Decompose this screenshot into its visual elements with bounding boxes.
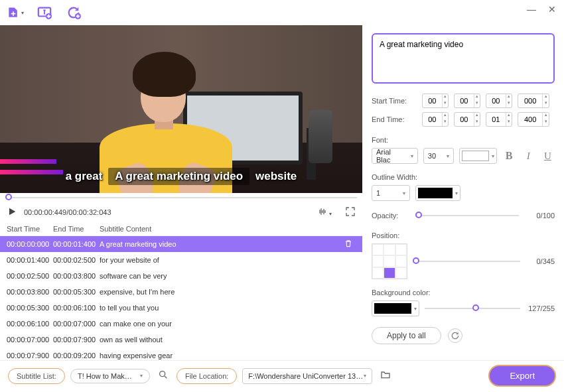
subtitle-table-header: Start Time End Time Subtitle Content	[0, 222, 362, 236]
row-end: 00:00:02:500	[53, 256, 100, 264]
position-slider[interactable]	[413, 255, 520, 268]
table-row[interactable]: 00:00:00:00000:00:01:400A great marketin…	[0, 236, 362, 252]
browse-folder-icon[interactable]	[378, 367, 393, 385]
bgcolor-slider[interactable]	[425, 302, 520, 315]
add-text-tool[interactable]	[36, 4, 53, 21]
end-seconds[interactable]: ▲▼	[486, 112, 512, 127]
subtitle-text-input[interactable]	[372, 33, 555, 84]
table-row[interactable]: 00:00:05:30000:00:06:100to tell you that…	[0, 300, 362, 316]
row-end: 00:00:07:900	[53, 336, 100, 344]
row-content: for your website of	[100, 256, 356, 264]
outline-width-select[interactable]: 1▾	[372, 185, 410, 201]
opacity-label: Opacity:	[372, 212, 409, 220]
row-start: 00:00:03:800	[7, 288, 53, 296]
window-minimize[interactable]: —	[524, 3, 539, 16]
row-start: 00:00:06:100	[7, 320, 53, 328]
subtitle-list-label: Subtitle List:	[8, 368, 65, 384]
end-hours[interactable]: ▲▼	[422, 112, 449, 127]
bgcolor-label: Background color:	[372, 289, 555, 296]
window-close[interactable]: ✕	[545, 3, 559, 16]
font-color-select[interactable]: ▾	[459, 148, 496, 164]
row-end: 00:00:06:100	[53, 304, 100, 312]
row-end: 00:00:09:200	[53, 352, 100, 359]
outline-color-select[interactable]: ▾	[415, 185, 460, 201]
start-time-label: Start Time:	[372, 97, 417, 105]
row-content: software can be very	[100, 272, 356, 280]
underline-button[interactable]: U	[541, 149, 555, 163]
bottom-bar: Subtitle List: T! How to Make a S...▾ Fi…	[0, 360, 564, 391]
row-content: expensive, but I'm here	[100, 288, 356, 296]
end-minutes[interactable]: ▲▼	[454, 112, 480, 127]
row-end: 00:00:01:400	[53, 240, 100, 248]
start-minutes[interactable]: ▲▼	[454, 94, 480, 108]
file-location-label: File Location:	[176, 368, 237, 384]
export-button[interactable]: Export	[488, 365, 556, 387]
reset-style-button[interactable]	[448, 328, 462, 343]
row-content: to tell you that you	[100, 304, 356, 312]
row-start: 00:00:01:400	[7, 256, 53, 264]
outline-label: Outline Width:	[372, 173, 555, 181]
position-label: Position:	[372, 231, 555, 239]
start-hours[interactable]: ▲▼	[422, 94, 449, 108]
right-panel: Start Time: ▲▼ ▲▼ ▲▼ ▲▼ End Time: ▲▼ ▲▼ …	[362, 25, 564, 360]
top-toolbar: ▾ — ✕	[0, 0, 564, 25]
row-content: can make one on your	[100, 320, 356, 328]
row-start: 00:00:00:000	[7, 240, 53, 248]
row-content: own as well without	[100, 336, 356, 344]
end-ms[interactable]: ▲▼	[518, 112, 549, 127]
row-end: 00:00:03:800	[53, 272, 100, 280]
fullscreen-icon[interactable]	[345, 206, 356, 219]
start-seconds[interactable]: ▲▼	[486, 94, 512, 108]
delete-row-icon[interactable]	[344, 239, 353, 249]
position-value: 0/345	[526, 257, 555, 265]
italic-button[interactable]: I	[522, 149, 535, 163]
position-grid[interactable]	[372, 243, 407, 279]
apply-to-all-button[interactable]: Apply to all	[372, 327, 441, 344]
font-label: Font:	[372, 136, 555, 144]
subtitle-list-select[interactable]: T! How to Make a S...▾	[70, 369, 150, 383]
video-preview[interactable]: a great A great marketing video website	[0, 25, 362, 193]
end-time-label: End Time:	[372, 115, 417, 123]
subtitle-table: 00:00:00:00000:00:01:400A great marketin…	[0, 236, 362, 360]
table-row[interactable]: 00:00:06:10000:00:07:000can make one on …	[0, 316, 362, 332]
video-subtitle-overlay: a great A great marketing video website	[0, 168, 362, 185]
start-ms[interactable]: ▲▼	[518, 94, 549, 108]
svg-point-3	[160, 371, 165, 377]
bold-button[interactable]: B	[502, 149, 516, 163]
opacity-value: 0/100	[526, 212, 555, 220]
play-button[interactable]	[7, 206, 17, 219]
font-family-select[interactable]: Arial Blac▾	[372, 148, 418, 164]
table-row[interactable]: 00:00:07:90000:00:09:200having expensive…	[0, 348, 362, 360]
search-icon[interactable]	[155, 367, 171, 385]
row-start: 00:00:07:000	[7, 336, 53, 344]
file-location-select[interactable]: F:\Wondershare UniConverter 13\SubEdi▾	[242, 368, 372, 384]
timecode: 00:00:00:449/00:00:32:043	[24, 208, 111, 216]
add-file-tool[interactable]: ▾	[7, 4, 24, 21]
bgcolor-value: 127/255	[526, 304, 555, 312]
table-row[interactable]: 00:00:07:00000:00:07:900own as well with…	[0, 332, 362, 348]
row-start: 00:00:05:300	[7, 304, 53, 312]
row-content: having expensive gear	[100, 352, 356, 359]
row-end: 00:00:05:300	[53, 288, 100, 296]
row-content: A great marketing video	[100, 240, 356, 248]
row-end: 00:00:07:000	[53, 320, 100, 328]
table-row[interactable]: 00:00:01:40000:00:02:500for your website…	[0, 252, 362, 268]
opacity-slider[interactable]	[415, 209, 519, 222]
seek-bar[interactable]	[0, 193, 362, 202]
reload-tool[interactable]	[65, 4, 82, 21]
bgcolor-select[interactable]: ▾	[372, 300, 419, 316]
table-row[interactable]: 00:00:02:50000:00:03:800software can be …	[0, 268, 362, 284]
row-start: 00:00:07:900	[7, 352, 53, 359]
left-pane: a great A great marketing video website …	[0, 25, 362, 360]
waveform-icon[interactable]: ▾	[317, 206, 332, 219]
table-row[interactable]: 00:00:03:80000:00:05:300expensive, but I…	[0, 284, 362, 300]
font-size-select[interactable]: 30▾	[423, 148, 455, 164]
row-start: 00:00:02:500	[7, 272, 53, 280]
